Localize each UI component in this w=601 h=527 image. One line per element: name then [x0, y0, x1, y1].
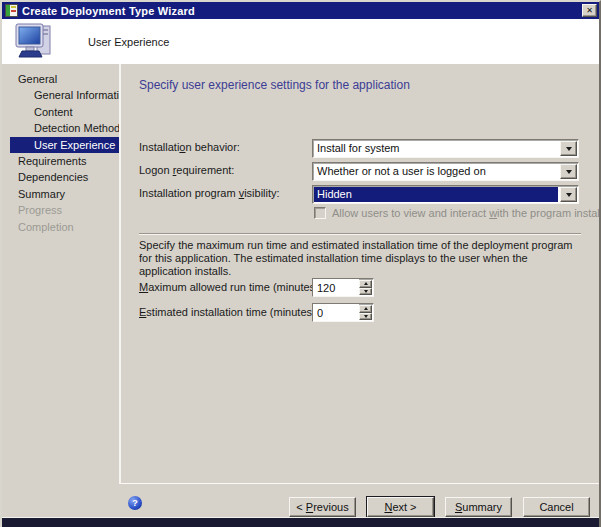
page-title: User Experience	[88, 36, 169, 48]
next-button[interactable]: Next >	[367, 497, 434, 517]
help-icon[interactable]: ?	[128, 496, 142, 510]
max-run-time-label: Maximum allowed run time (minutes):	[139, 281, 322, 293]
sidebar-item-completion: Completion	[2, 219, 119, 235]
logon-requirement-label: Logon requirement:	[139, 164, 234, 176]
dropdown-arrow-icon[interactable]	[560, 187, 577, 202]
wizard-steps-sidebar: General General Information Content Dete…	[2, 64, 119, 517]
sidebar-item-general-information[interactable]: General Information	[2, 87, 119, 103]
max-run-time-spinner	[359, 280, 372, 295]
installation-behavior-dropdown[interactable]: Install for system	[312, 139, 579, 158]
wizard-header: User Experience	[2, 19, 599, 64]
est-install-time-spinbox	[312, 303, 374, 322]
wizard-app-icon	[5, 4, 18, 17]
summary-button[interactable]: Summary	[445, 497, 512, 517]
main-content: Specify user experience settings for the…	[121, 64, 599, 483]
spinner-up-icon[interactable]	[359, 305, 372, 313]
sidebar-item-summary[interactable]: Summary	[2, 186, 119, 202]
max-run-time-input[interactable]	[313, 279, 359, 296]
allow-interact-checkbox	[314, 207, 326, 219]
allow-interact-checkbox-label: Allow users to view and interact with th…	[332, 207, 601, 219]
create-deployment-type-wizard-window: Create Deployment Type Wizard ✕ User Exp…	[0, 0, 601, 527]
installation-behavior-value: Install for system	[313, 140, 559, 157]
runtime-note: Specify the maximum run time and estimat…	[139, 239, 583, 278]
max-run-time-spinbox	[312, 278, 374, 297]
close-icon[interactable]: ✕	[582, 4, 597, 17]
sidebar-item-content[interactable]: Content	[2, 104, 119, 120]
installation-behavior-label: Installation behavior:	[139, 141, 240, 153]
est-install-time-input[interactable]	[313, 304, 359, 321]
computer-icon	[14, 22, 54, 62]
window-bottom-border	[2, 518, 599, 527]
allow-interact-checkbox-row: Allow users to view and interact with th…	[314, 207, 601, 219]
est-install-time-label: Estimated installation time (minutes):	[139, 306, 319, 318]
logon-requirement-value: Whether or not a user is logged on	[313, 163, 559, 180]
dropdown-arrow-icon[interactable]	[560, 141, 577, 156]
section-separator	[139, 233, 581, 235]
spinner-down-icon[interactable]	[359, 288, 372, 296]
spinner-up-icon[interactable]	[359, 280, 372, 288]
sidebar-item-user-experience[interactable]: User Experience	[10, 137, 119, 153]
dropdown-arrow-icon[interactable]	[560, 164, 577, 179]
content-heading: Specify user experience settings for the…	[139, 78, 410, 92]
spinner-down-icon[interactable]	[359, 313, 372, 321]
sidebar-item-progress: Progress	[2, 202, 119, 218]
sidebar-item-detection-method[interactable]: Detection Method	[2, 120, 119, 136]
program-visibility-label: Installation program visibility:	[139, 187, 280, 199]
est-install-time-spinner	[359, 305, 372, 320]
cancel-button[interactable]: Cancel	[523, 497, 590, 517]
sidebar-item-dependencies[interactable]: Dependencies	[2, 169, 119, 185]
sidebar-item-requirements[interactable]: Requirements	[2, 153, 119, 169]
window-title: Create Deployment Type Wizard	[22, 5, 582, 17]
program-visibility-dropdown[interactable]: Hidden	[312, 185, 579, 204]
sidebar-item-general[interactable]: General	[2, 71, 119, 87]
logon-requirement-dropdown[interactable]: Whether or not a user is logged on	[312, 162, 579, 181]
program-visibility-value: Hidden	[314, 187, 558, 202]
wizard-buttons: < Previous Next > Summary Cancel	[289, 497, 590, 517]
previous-button[interactable]: < Previous	[289, 497, 356, 517]
footer-bar: ? < Previous Next > Summary Cancel	[119, 483, 599, 517]
title-bar[interactable]: Create Deployment Type Wizard ✕	[2, 2, 599, 19]
